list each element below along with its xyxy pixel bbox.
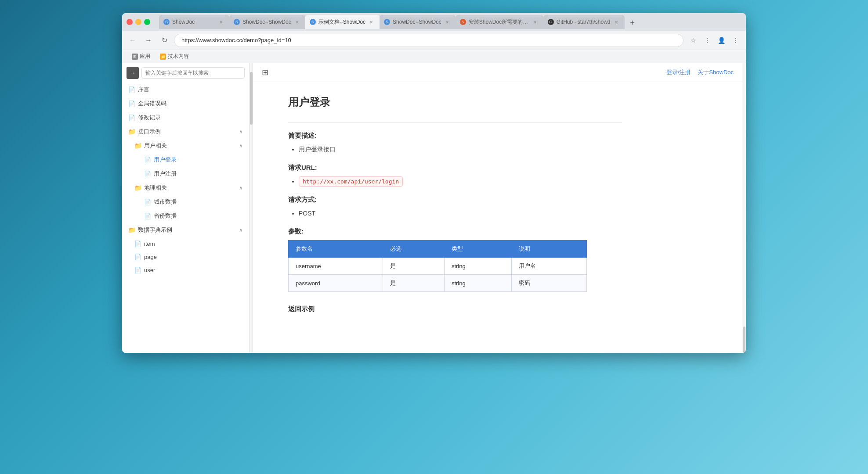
collapse-icon-geo: ∧ — [239, 185, 243, 191]
brief-desc-list: 用户登录接口 — [288, 144, 622, 155]
window-controls — [127, 19, 150, 25]
table-cell-desc-1: 用户名 — [512, 258, 587, 275]
tab-showdoc-5[interactable]: S 安装ShowDoc所需要的P… ✕ — [456, 15, 543, 29]
file-icon-province: 📄 — [144, 212, 151, 219]
close-button[interactable] — [127, 19, 133, 25]
bookmark-icon[interactable]: ☆ — [687, 34, 699, 47]
tab-favicon-6: G — [548, 19, 554, 25]
tab-favicon-1: S — [163, 19, 170, 25]
file-icon-user-register: 📄 — [144, 170, 151, 177]
toolbar-icons: ☆ ⋮ 👤 ⋮ — [687, 34, 741, 47]
tab-close-4[interactable]: ✕ — [444, 19, 450, 25]
more-icon[interactable]: ⋮ — [701, 34, 713, 47]
table-row-password: password 是 string 密码 — [289, 275, 587, 292]
brief-desc-item-1: 用户登录接口 — [299, 144, 622, 155]
table-header-required: 必选 — [383, 241, 445, 258]
tab-close-3[interactable]: ✕ — [368, 19, 374, 25]
sidebar-item-data-dict[interactable]: 📁 数据字典示例 ∧ — [122, 223, 249, 237]
address-input[interactable] — [174, 34, 684, 47]
request-url-item: http://xx.com/api/user/login — [299, 176, 622, 187]
tab-close-1[interactable]: ✕ — [218, 19, 224, 25]
bookmarks-bar: ⊞ 应用 📁 技术内容 — [122, 50, 746, 63]
new-tab-button[interactable]: + — [626, 17, 639, 29]
bookmark-tech[interactable]: 📁 技术内容 — [156, 52, 192, 61]
tab-showdoc-3[interactable]: S 示例文档--ShowDoc ✕ — [305, 15, 380, 29]
tab-close-5[interactable]: ✕ — [532, 19, 538, 25]
sidebar-item-user-register[interactable]: 📄 用户注册 — [122, 167, 249, 181]
sidebar-item-item[interactable]: 📄 item — [122, 237, 249, 250]
maximize-button[interactable] — [144, 19, 150, 25]
table-header-desc: 说明 — [512, 241, 587, 258]
file-icon-page: 📄 — [134, 253, 141, 260]
minimize-button[interactable] — [135, 19, 141, 25]
collapse-icon-api: ∧ — [239, 129, 243, 135]
bookmark-tech-label: 技术内容 — [168, 53, 189, 60]
back-button[interactable]: ← — [127, 34, 139, 47]
login-register-link[interactable]: 登录/注册 — [666, 68, 691, 76]
sidebar-item-user-related[interactable]: 📁 用户相关 ∧ — [122, 139, 249, 153]
request-url-code: http://xx.com/api/user/login — [299, 176, 403, 187]
tab-showdoc-4[interactable]: S ShowDoc--ShowDoc ✕ — [380, 15, 456, 29]
table-cell-name-2: password — [289, 275, 383, 292]
sidebar-label-city: 城市数据 — [154, 198, 177, 206]
content-header: ⊞ 登录/注册 关于ShowDoc — [253, 63, 742, 82]
table-cell-type-1: string — [444, 258, 512, 275]
sidebar-label-user-register: 用户注册 — [154, 170, 177, 178]
sidebar-search-input[interactable] — [141, 67, 245, 79]
forward-button[interactable]: → — [142, 34, 155, 47]
content-scrollbar-thumb[interactable] — [743, 327, 745, 353]
tab-close-6[interactable]: ✕ — [613, 19, 619, 25]
grid-icon[interactable]: ⊞ — [262, 68, 268, 77]
folder-icon-api: 📁 — [128, 128, 135, 135]
sidebar-label-preface: 序言 — [138, 86, 149, 93]
sidebar-label-dict: 数据字典示例 — [138, 226, 172, 234]
sidebar-label-user: user — [144, 267, 155, 273]
table-row-username: username 是 string 用户名 — [289, 258, 587, 275]
tab-close-2[interactable]: ✕ — [294, 19, 300, 25]
file-icon-user: 📄 — [134, 266, 141, 273]
bookmark-apps[interactable]: ⊞ 应用 — [128, 52, 154, 61]
sidebar-item-changelog[interactable]: 📄 修改记录 — [122, 111, 249, 125]
file-icon-city: 📄 — [144, 198, 151, 205]
tab-label-5: 安装ShowDoc所需要的P… — [469, 18, 529, 26]
table-header-name: 参数名 — [289, 241, 383, 258]
divider-1 — [288, 122, 622, 123]
bookmark-apps-label: 应用 — [140, 53, 150, 60]
folder-icon-geo: 📁 — [134, 184, 141, 191]
sidebar-item-errors[interactable]: 📄 全局错误码 — [122, 97, 249, 111]
apps-icon: ⊞ — [132, 54, 138, 60]
header-links: 登录/注册 关于ShowDoc — [666, 68, 734, 76]
about-link[interactable]: 关于ShowDoc — [698, 68, 734, 76]
collapse-icon-user: ∧ — [239, 143, 243, 149]
title-bar: S ShowDoc ✕ S ShowDoc--ShowDoc ✕ S 示例文档-… — [122, 13, 746, 31]
sidebar-scrollbar-track[interactable] — [250, 63, 253, 353]
extensions-icon[interactable]: ⋮ — [729, 34, 741, 47]
tab-showdoc-2[interactable]: S ShowDoc--ShowDoc ✕ — [229, 15, 305, 29]
sidebar-item-user-login[interactable]: 📄 用户登录 — [122, 153, 249, 167]
content-scrollbar-track[interactable] — [742, 63, 746, 353]
sidebar-item-user[interactable]: 📄 user — [122, 263, 249, 276]
sidebar-item-page[interactable]: 📄 page — [122, 250, 249, 263]
tab-github[interactable]: G GitHub - star7th/showd ✕ — [543, 15, 625, 29]
tab-showdoc-1[interactable]: S ShowDoc ✕ — [159, 15, 229, 29]
file-icon-preface: 📄 — [128, 86, 135, 93]
request-url-label: 请求URL: — [288, 164, 622, 172]
tabs-bar: S ShowDoc ✕ S ShowDoc--ShowDoc ✕ S 示例文档-… — [156, 15, 741, 29]
reload-button[interactable]: ↻ — [158, 34, 170, 47]
table-cell-required-2: 是 — [383, 275, 445, 292]
page-title: 用户登录 — [288, 95, 622, 109]
sidebar-item-geo[interactable]: 📁 地理相关 ∧ — [122, 181, 249, 195]
sidebar-label-page: page — [144, 254, 157, 260]
sidebar-item-city[interactable]: 📄 城市数据 — [122, 195, 249, 209]
sidebar-item-province[interactable]: 📄 省份数据 — [122, 209, 249, 223]
sidebar-toggle-button[interactable]: → — [127, 67, 139, 79]
params-label: 参数: — [288, 227, 622, 236]
file-icon-user-login: 📄 — [144, 156, 151, 163]
sidebar-item-preface[interactable]: 📄 序言 — [122, 83, 249, 97]
sidebar-search-area: → — [122, 63, 249, 83]
sidebar-scrollbar-thumb[interactable] — [250, 72, 253, 125]
profile-icon[interactable]: 👤 — [715, 34, 727, 47]
table-cell-type-2: string — [444, 275, 512, 292]
sidebar-label-changelog: 修改记录 — [138, 114, 161, 122]
sidebar-item-api-examples[interactable]: 📁 接口示例 ∧ — [122, 125, 249, 139]
